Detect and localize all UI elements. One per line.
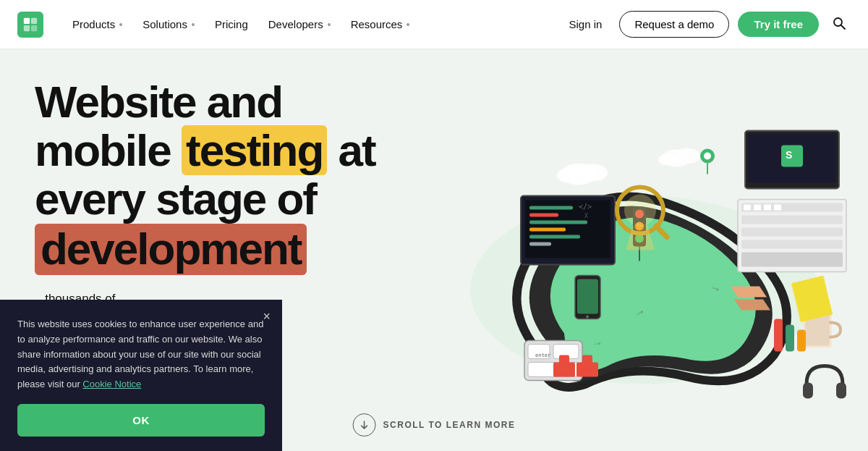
testing-highlight: testing (182, 125, 327, 175)
svg-rect-60 (576, 363, 598, 377)
solutions-dropdown-indicator (192, 23, 195, 26)
svg-text:</>: </> (579, 203, 592, 211)
nav-products[interactable]: Products (64, 12, 131, 36)
svg-point-68 (704, 153, 711, 160)
svg-point-50 (658, 154, 676, 166)
svg-rect-59 (553, 363, 575, 377)
svg-rect-0 (24, 17, 30, 23)
svg-rect-27 (741, 253, 843, 267)
search-button[interactable] (827, 12, 851, 38)
search-icon (832, 16, 846, 30)
svg-text:→: → (592, 337, 604, 350)
hero-illustration: enter </> X (420, 49, 868, 451)
svg-rect-2 (24, 25, 30, 30)
svg-rect-18 (529, 235, 580, 239)
try-free-button[interactable]: Try it free (738, 12, 819, 37)
scroll-down-icon (353, 413, 376, 437)
svg-text:enter: enter (535, 353, 550, 358)
svg-rect-24 (741, 216, 843, 224)
svg-rect-26 (741, 240, 843, 249)
cookie-banner: × This website uses cookies to enhance u… (0, 300, 282, 451)
nav-solutions[interactable]: Solutions (134, 12, 203, 36)
svg-rect-61 (559, 355, 569, 364)
svg-rect-57 (577, 279, 598, 314)
nav-resources[interactable]: Resources (342, 12, 419, 36)
scroll-label: SCROLL TO LEARN MORE (383, 420, 516, 430)
svg-rect-3 (31, 25, 37, 30)
svg-point-58 (586, 316, 589, 319)
svg-text:X: X (584, 213, 588, 219)
svg-rect-55 (836, 383, 846, 399)
svg-point-47 (557, 169, 579, 183)
cookie-text: This website uses cookies to enhance use… (17, 317, 265, 392)
svg-rect-25 (741, 228, 843, 237)
svg-rect-71 (774, 319, 783, 352)
svg-rect-15 (529, 214, 558, 217)
svg-rect-17 (529, 228, 566, 232)
cookie-ok-button[interactable]: OK (17, 404, 265, 437)
logo[interactable] (17, 12, 43, 38)
products-dropdown-indicator (119, 23, 122, 26)
nav-links: Products Solutions Pricing Developers Re… (64, 12, 561, 36)
scroll-cta[interactable]: SCROLL TO LEARN MORE (353, 413, 516, 437)
svg-text:S: S (786, 149, 792, 161)
nav-developers[interactable]: Developers (260, 12, 339, 36)
illustration-svg: enter </> X (420, 49, 868, 451)
cookie-notice-link[interactable]: Cookie Notice (82, 379, 141, 389)
svg-rect-28 (744, 205, 751, 211)
svg-rect-14 (529, 206, 573, 210)
svg-rect-19 (529, 243, 551, 246)
svg-point-46 (579, 164, 608, 182)
svg-rect-72 (786, 325, 794, 352)
resources-dropdown-indicator (407, 23, 409, 26)
svg-rect-29 (754, 205, 761, 211)
svg-rect-31 (774, 205, 781, 211)
svg-line-5 (841, 25, 845, 29)
navbar: Products Solutions Pricing Developers Re… (0, 0, 868, 49)
developers-dropdown-indicator (328, 23, 331, 26)
nav-pricing[interactable]: Pricing (206, 12, 257, 36)
svg-rect-30 (764, 205, 771, 211)
svg-point-49 (674, 148, 700, 164)
hero-title: Website and mobile testing at every stag… (35, 78, 385, 275)
svg-rect-54 (803, 383, 813, 399)
nav-right: Sign in Request a demo Try it free (561, 11, 851, 38)
svg-rect-16 (529, 221, 587, 224)
development-highlight: development (35, 224, 307, 275)
svg-rect-1 (31, 17, 37, 23)
request-demo-button[interactable]: Request a demo (619, 11, 729, 38)
cookie-close-button[interactable]: × (263, 310, 271, 323)
svg-point-42 (624, 195, 656, 227)
svg-rect-62 (582, 355, 592, 364)
sign-in-link[interactable]: Sign in (561, 12, 611, 36)
svg-rect-73 (797, 330, 806, 352)
svg-point-4 (834, 18, 842, 26)
